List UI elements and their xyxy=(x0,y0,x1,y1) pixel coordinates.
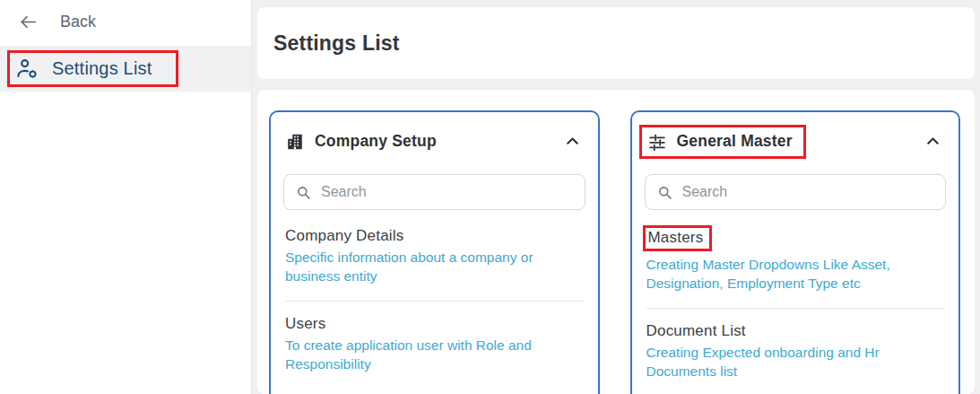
setting-item-document-list[interactable]: Document List Creating Expected onboardi… xyxy=(645,309,947,394)
setting-item-description: Specific information about a company or … xyxy=(285,248,584,286)
setting-item-title: Users xyxy=(285,315,584,333)
annotation-red-box: General Master xyxy=(639,125,806,159)
settings-page: Back Settings List xyxy=(0,0,980,394)
tune-icon xyxy=(647,132,667,152)
building-icon xyxy=(285,132,305,152)
card-general-master: General Master xyxy=(630,110,961,394)
search-icon xyxy=(656,184,673,201)
main-area: Settings List xyxy=(252,0,980,394)
card-title: Company Setup xyxy=(315,132,437,151)
setting-item-company-details[interactable]: Company Details Specific information abo… xyxy=(283,214,585,301)
chevron-up-icon[interactable] xyxy=(561,130,584,153)
search-box xyxy=(283,174,585,210)
card-company-setup: Company Setup xyxy=(269,110,600,394)
page-header: Settings List xyxy=(257,7,975,79)
setting-item-title: Masters xyxy=(648,229,704,246)
page-title: Settings List xyxy=(273,31,400,56)
card-title: General Master xyxy=(677,132,793,151)
search-input[interactable] xyxy=(321,184,574,200)
back-button[interactable]: Back xyxy=(0,0,251,43)
sidebar: Back Settings List xyxy=(0,0,252,394)
back-label: Back xyxy=(60,13,96,31)
sidebar-item-label: Settings List xyxy=(52,58,152,79)
card-general-master-header[interactable]: General Master xyxy=(645,123,947,158)
card-company-setup-header[interactable]: Company Setup xyxy=(283,123,585,158)
chevron-up-icon[interactable] xyxy=(922,130,944,153)
search-box xyxy=(645,174,947,210)
sidebar-item-settings-list[interactable]: Settings List xyxy=(0,46,251,92)
setting-item-description: Creating Expected onboarding and Hr Docu… xyxy=(646,343,945,381)
setting-item-description: To create application user with Role and… xyxy=(285,336,584,374)
annotation-red-box: Settings List xyxy=(7,50,178,87)
setting-item-title: Document List xyxy=(646,322,945,340)
setting-item-title: Company Details xyxy=(285,227,584,245)
search-input[interactable] xyxy=(682,184,935,200)
annotation-red-box: Masters xyxy=(643,225,713,251)
setting-item-masters[interactable]: Masters Creating Master Dropdowns Like A… xyxy=(645,214,947,308)
search-icon xyxy=(295,184,312,201)
setting-item-users[interactable]: Users To create application user with Ro… xyxy=(283,302,585,389)
settings-list-container: Company Setup xyxy=(257,90,975,394)
manage-accounts-icon xyxy=(15,57,39,81)
back-arrow-icon xyxy=(18,12,39,32)
setting-item-description: Creating Master Dropdowns Like Asset, De… xyxy=(646,255,945,293)
